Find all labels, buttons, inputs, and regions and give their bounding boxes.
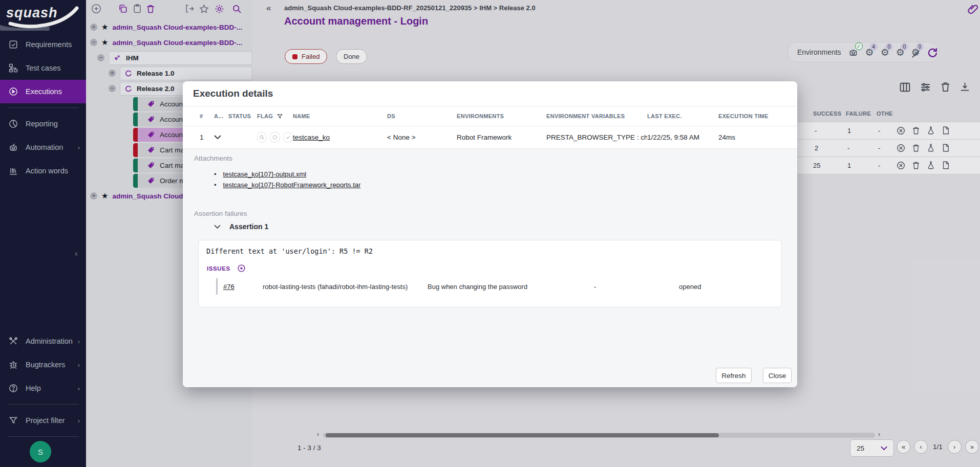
execution-table-header: # A... STATUS FLAG NAME DS ENVIRONMENTS … (183, 106, 797, 126)
issues-label: ISSUES (207, 265, 230, 272)
column-header-last-exec: LAST EXEC. (647, 113, 718, 119)
issue-project: robot-lasting-tests (fahadi/robot-ihm-la… (263, 283, 428, 291)
assertion-toggle[interactable]: Assertion 1 (214, 223, 268, 231)
issue-row[interactable]: #76 robot-lasting-tests (fahadi/robot-ih… (216, 278, 774, 295)
execution-details-body: Attachments •testcase_ko[107]-output.xml… (183, 148, 797, 387)
attachment-link[interactable]: testcase_ko[107]-RobotFramework_reports.… (223, 181, 361, 189)
execution-row: 1 testcase_ko < None > Robot Framework P… (183, 126, 797, 148)
column-header-auto: A... (214, 113, 228, 119)
execution-number: 1 (183, 134, 214, 141)
column-header-execution-time: EXECUTION TIME (718, 113, 797, 119)
column-header-ds: DS (387, 113, 457, 119)
issue-status: opened (679, 283, 774, 291)
expand-row-chevron-icon[interactable] (214, 135, 228, 140)
refresh-button[interactable]: Refresh (716, 368, 752, 383)
assertion-failures-label: Assertion failures (194, 210, 247, 217)
execution-details-dialog: Execution details # A... STATUS FLAG NAM… (183, 81, 797, 387)
column-header-environments: ENVIRONMENTS (457, 113, 546, 119)
assertion-card: Different text at 'user/login': R5 != R2… (198, 240, 782, 307)
attachment-item: •testcase_ko[107]-output.xml (214, 170, 306, 178)
testcase-link[interactable]: testcase_ko (293, 134, 330, 141)
close-button[interactable]: Close (763, 368, 792, 383)
execution-time-value: 24ms (718, 134, 797, 141)
chevron-down-icon (214, 225, 221, 229)
issue-summary: Bug when changing the password (428, 283, 594, 291)
column-header-env-variables: ENVIRONMENT VARIABLES (546, 113, 647, 119)
issue-assignee: - (594, 283, 679, 291)
neutral-flag-icon[interactable] (270, 132, 280, 143)
issue-id-link[interactable]: #76 (223, 283, 235, 291)
bullet-icon: • (214, 181, 217, 189)
assertion-message: Different text at 'user/login': R5 != R2 (206, 247, 373, 255)
inspect-icon[interactable] (257, 132, 267, 143)
attachment-link[interactable]: testcase_ko[107]-output.xml (223, 170, 307, 178)
column-header-status: STATUS (228, 113, 257, 119)
add-issue-icon[interactable] (237, 264, 246, 273)
attachment-item: •testcase_ko[107]-RobotFramework_reports… (214, 181, 360, 189)
dialog-title: Execution details (193, 88, 273, 99)
flag-actions (257, 132, 293, 143)
column-header-num: # (183, 113, 214, 119)
column-header-flag: FLAG (257, 113, 293, 120)
attachments-section-label: Attachments (194, 154, 232, 162)
dataset-value: < None > (387, 134, 457, 141)
last-exec-value: 1/22/25, 9:58 AM (647, 134, 718, 141)
env-variables-value: PRESTA_BROWSER_TYPE : chr... (546, 134, 647, 141)
assertion-title: Assertion 1 (229, 223, 268, 231)
issues-section: ISSUES (207, 264, 246, 273)
approve-icon[interactable] (283, 132, 293, 143)
environments-value: Robot Framework (457, 134, 546, 141)
column-header-name: NAME (293, 113, 387, 119)
filter-funnel-icon[interactable] (276, 113, 283, 120)
bullet-icon: • (214, 170, 217, 178)
